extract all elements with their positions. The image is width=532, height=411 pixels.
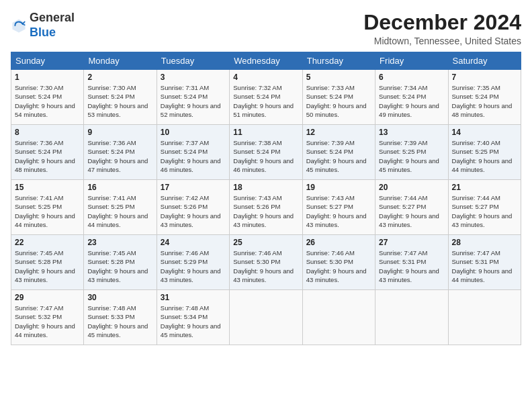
- day-number: 11: [233, 128, 298, 137]
- day-number: 23: [87, 238, 152, 247]
- week-row-2: 8 Sunrise: 7:36 AM Sunset: 5:24 PM Dayli…: [11, 125, 521, 180]
- calendar-body: 1 Sunrise: 7:30 AM Sunset: 5:24 PM Dayli…: [11, 70, 521, 345]
- day-number: 21: [452, 183, 517, 192]
- calendar-cell: 17 Sunrise: 7:42 AM Sunset: 5:26 PM Dayl…: [157, 180, 229, 235]
- day-number: 31: [161, 293, 226, 302]
- day-info: Sunrise: 7:44 AM Sunset: 5:27 PM Dayligh…: [452, 193, 517, 229]
- month-title: December 2024: [363, 11, 521, 34]
- day-number: 14: [452, 128, 517, 137]
- day-number: 29: [15, 293, 80, 302]
- calendar-cell: 6 Sunrise: 7:34 AM Sunset: 5:24 PM Dayli…: [375, 70, 448, 125]
- logo-blue-text: Blue: [30, 26, 56, 39]
- day-info: Sunrise: 7:37 AM Sunset: 5:24 PM Dayligh…: [161, 138, 226, 174]
- day-number: 16: [87, 183, 152, 192]
- day-info: Sunrise: 7:42 AM Sunset: 5:26 PM Dayligh…: [161, 193, 226, 229]
- day-number: 15: [15, 183, 80, 192]
- day-number: 26: [306, 238, 371, 247]
- day-number: 17: [161, 183, 226, 192]
- day-info: Sunrise: 7:46 AM Sunset: 5:29 PM Dayligh…: [161, 248, 226, 284]
- day-info: Sunrise: 7:36 AM Sunset: 5:24 PM Dayligh…: [15, 138, 80, 174]
- logo-general-text: General: [30, 11, 75, 24]
- day-number: 12: [306, 128, 371, 137]
- day-number: 2: [87, 73, 152, 82]
- calendar-container: General Blue December 2024 Midtown, Tenn…: [0, 0, 532, 411]
- day-info: Sunrise: 7:48 AM Sunset: 5:34 PM Dayligh…: [161, 304, 226, 339]
- calendar-cell: 3 Sunrise: 7:31 AM Sunset: 5:24 PM Dayli…: [157, 70, 229, 125]
- calendar-cell: [230, 290, 302, 345]
- calendar-table: Sunday Monday Tuesday Wednesday Thursday…: [11, 52, 521, 345]
- day-number: 25: [233, 238, 298, 247]
- day-number: 19: [306, 183, 371, 192]
- calendar-cell: 24 Sunrise: 7:46 AM Sunset: 5:29 PM Dayl…: [157, 235, 229, 290]
- calendar-cell: 19 Sunrise: 7:43 AM Sunset: 5:27 PM Dayl…: [302, 180, 375, 235]
- calendar-header: Sunday Monday Tuesday Wednesday Thursday…: [11, 52, 521, 70]
- day-number: 6: [379, 73, 444, 82]
- calendar-cell: 18 Sunrise: 7:43 AM Sunset: 5:26 PM Dayl…: [230, 180, 302, 235]
- calendar-cell: 27 Sunrise: 7:47 AM Sunset: 5:31 PM Dayl…: [375, 235, 448, 290]
- day-number: 27: [379, 238, 444, 247]
- day-info: Sunrise: 7:47 AM Sunset: 5:32 PM Dayligh…: [15, 304, 80, 339]
- week-row-3: 15 Sunrise: 7:41 AM Sunset: 5:25 PM Dayl…: [11, 180, 521, 235]
- day-info: Sunrise: 7:41 AM Sunset: 5:25 PM Dayligh…: [87, 193, 152, 229]
- day-number: 7: [452, 73, 517, 82]
- calendar-cell: 11 Sunrise: 7:38 AM Sunset: 5:24 PM Dayl…: [230, 125, 302, 180]
- day-info: Sunrise: 7:31 AM Sunset: 5:24 PM Dayligh…: [161, 83, 226, 119]
- calendar-cell: 22 Sunrise: 7:45 AM Sunset: 5:28 PM Dayl…: [11, 235, 84, 290]
- day-number: 1: [15, 73, 80, 82]
- day-info: Sunrise: 7:41 AM Sunset: 5:25 PM Dayligh…: [15, 193, 80, 229]
- calendar-cell: 10 Sunrise: 7:37 AM Sunset: 5:24 PM Dayl…: [157, 125, 229, 180]
- day-info: Sunrise: 7:39 AM Sunset: 5:24 PM Dayligh…: [306, 138, 371, 174]
- calendar-cell: 28 Sunrise: 7:47 AM Sunset: 5:31 PM Dayl…: [448, 235, 521, 290]
- day-info: Sunrise: 7:43 AM Sunset: 5:27 PM Dayligh…: [306, 193, 371, 229]
- title-block: December 2024 Midtown, Tennessee, United…: [363, 11, 521, 46]
- day-number: 18: [233, 183, 298, 192]
- day-info: Sunrise: 7:47 AM Sunset: 5:31 PM Dayligh…: [379, 248, 444, 284]
- day-number: 30: [87, 293, 152, 302]
- day-number: 13: [379, 128, 444, 137]
- calendar-cell: 7 Sunrise: 7:35 AM Sunset: 5:24 PM Dayli…: [448, 70, 521, 125]
- calendar-cell: 4 Sunrise: 7:32 AM Sunset: 5:24 PM Dayli…: [230, 70, 302, 125]
- day-info: Sunrise: 7:48 AM Sunset: 5:33 PM Dayligh…: [87, 304, 152, 339]
- calendar-cell: 15 Sunrise: 7:41 AM Sunset: 5:25 PM Dayl…: [11, 180, 84, 235]
- day-info: Sunrise: 7:33 AM Sunset: 5:24 PM Dayligh…: [306, 83, 371, 119]
- svg-marker-0: [12, 19, 25, 32]
- day-info: Sunrise: 7:38 AM Sunset: 5:24 PM Dayligh…: [233, 138, 298, 174]
- logo-text: General Blue: [30, 11, 75, 40]
- calendar-cell: 21 Sunrise: 7:44 AM Sunset: 5:27 PM Dayl…: [448, 180, 521, 235]
- day-info: Sunrise: 7:46 AM Sunset: 5:30 PM Dayligh…: [306, 248, 371, 284]
- calendar-cell: 16 Sunrise: 7:41 AM Sunset: 5:25 PM Dayl…: [84, 180, 157, 235]
- week-row-4: 22 Sunrise: 7:45 AM Sunset: 5:28 PM Dayl…: [11, 235, 521, 290]
- col-saturday: Saturday: [448, 52, 521, 70]
- day-info: Sunrise: 7:32 AM Sunset: 5:24 PM Dayligh…: [233, 83, 298, 119]
- calendar-cell: 5 Sunrise: 7:33 AM Sunset: 5:24 PM Dayli…: [302, 70, 375, 125]
- day-number: 9: [87, 128, 152, 137]
- calendar-cell: 9 Sunrise: 7:36 AM Sunset: 5:24 PM Dayli…: [84, 125, 157, 180]
- calendar-cell: 8 Sunrise: 7:36 AM Sunset: 5:24 PM Dayli…: [11, 125, 84, 180]
- calendar-cell: 13 Sunrise: 7:39 AM Sunset: 5:25 PM Dayl…: [375, 125, 448, 180]
- calendar-cell: [375, 290, 448, 345]
- col-wednesday: Wednesday: [230, 52, 302, 70]
- calendar-cell: 2 Sunrise: 7:30 AM Sunset: 5:24 PM Dayli…: [84, 70, 157, 125]
- calendar-cell: [448, 290, 521, 345]
- day-info: Sunrise: 7:43 AM Sunset: 5:26 PM Dayligh…: [233, 193, 298, 229]
- calendar-cell: 12 Sunrise: 7:39 AM Sunset: 5:24 PM Dayl…: [302, 125, 375, 180]
- calendar-cell: 29 Sunrise: 7:47 AM Sunset: 5:32 PM Dayl…: [11, 290, 84, 345]
- calendar-cell: 31 Sunrise: 7:48 AM Sunset: 5:34 PM Dayl…: [157, 290, 229, 345]
- calendar-cell: 23 Sunrise: 7:45 AM Sunset: 5:28 PM Dayl…: [84, 235, 157, 290]
- day-info: Sunrise: 7:45 AM Sunset: 5:28 PM Dayligh…: [15, 248, 80, 284]
- day-info: Sunrise: 7:39 AM Sunset: 5:25 PM Dayligh…: [379, 138, 444, 174]
- day-number: 4: [233, 73, 298, 82]
- day-number: 3: [161, 73, 226, 82]
- calendar-cell: 14 Sunrise: 7:40 AM Sunset: 5:25 PM Dayl…: [448, 125, 521, 180]
- week-row-5: 29 Sunrise: 7:47 AM Sunset: 5:32 PM Dayl…: [11, 290, 521, 345]
- day-info: Sunrise: 7:30 AM Sunset: 5:24 PM Dayligh…: [87, 83, 152, 119]
- day-number: 5: [306, 73, 371, 82]
- header: General Blue December 2024 Midtown, Tenn…: [11, 11, 521, 46]
- logo: General Blue: [11, 11, 75, 40]
- col-friday: Friday: [375, 52, 448, 70]
- calendar-cell: 26 Sunrise: 7:46 AM Sunset: 5:30 PM Dayl…: [302, 235, 375, 290]
- calendar-cell: 20 Sunrise: 7:44 AM Sunset: 5:27 PM Dayl…: [375, 180, 448, 235]
- day-info: Sunrise: 7:44 AM Sunset: 5:27 PM Dayligh…: [379, 193, 444, 229]
- day-number: 20: [379, 183, 444, 192]
- day-info: Sunrise: 7:45 AM Sunset: 5:28 PM Dayligh…: [87, 248, 152, 284]
